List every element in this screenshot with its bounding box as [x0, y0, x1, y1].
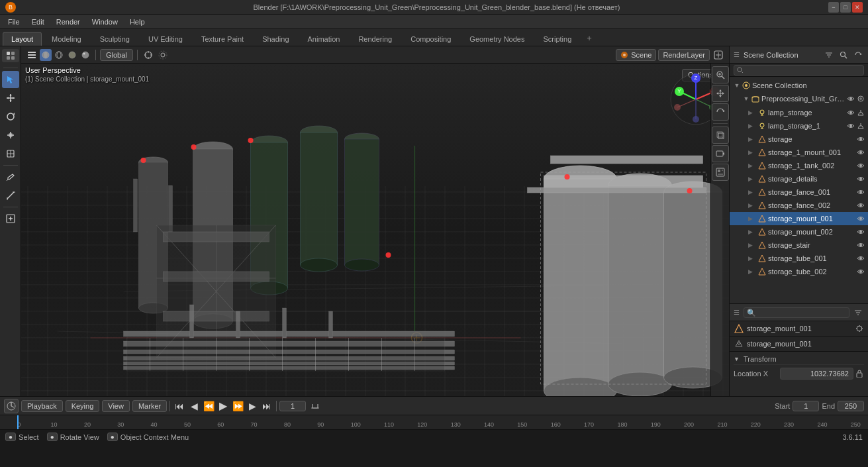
- obj-extra-icon-lamp_storage_1[interactable]: [856, 121, 865, 130]
- tab-texture-paint[interactable]: Texture Paint: [193, 32, 252, 46]
- props-filter-icon[interactable]: [852, 307, 864, 319]
- outliner-item-storage_details[interactable]: ▶ storage_details: [730, 172, 868, 185]
- tab-scripting[interactable]: Scripting: [534, 32, 580, 46]
- tab-rendering[interactable]: Rendering: [350, 32, 401, 46]
- timeline-ruler[interactable]: 0102030405060708090100110120130140150160…: [0, 415, 868, 429]
- location-x-value[interactable]: 1032.73682: [780, 368, 853, 380]
- tab-compositing[interactable]: Compositing: [402, 32, 459, 46]
- next-frame-button[interactable]: ▶: [246, 399, 259, 413]
- snap-icon[interactable]: [142, 48, 155, 62]
- global-button[interactable]: Global: [100, 49, 133, 61]
- proportional-icon[interactable]: [156, 48, 169, 62]
- tool-rotate[interactable]: [2, 108, 19, 125]
- camera-view-icon[interactable]: [712, 145, 729, 162]
- jump-start-button[interactable]: ⏮: [173, 399, 186, 413]
- pan-icon[interactable]: [712, 85, 729, 102]
- start-frame-input[interactable]: [793, 401, 819, 411]
- view-material-icon[interactable]: [66, 49, 78, 61]
- obj-vis-icon-storage_tube_001[interactable]: [856, 254, 865, 263]
- rotate-view-icon[interactable]: [712, 103, 729, 121]
- obj-vis-icon-storage_mount_001[interactable]: [856, 214, 865, 223]
- tool-transform[interactable]: [2, 145, 19, 162]
- collection-render-icon[interactable]: [856, 94, 865, 103]
- menu-render[interactable]: Render: [51, 17, 85, 27]
- renderlayer-selector[interactable]: RenderLayer: [658, 49, 710, 61]
- viewport-3d[interactable]: Global Scene: [21, 46, 729, 396]
- outliner-tree[interactable]: ▼ Scene Collection ▼ Prepr: [730, 77, 868, 303]
- tab-shading[interactable]: Shading: [254, 32, 297, 46]
- collection-header-preprocessing[interactable]: ▼ Preprocessing_Unit_Green: [739, 92, 868, 105]
- prev-keyframe-button[interactable]: ⏪: [202, 399, 215, 413]
- props-search-input[interactable]: [744, 307, 849, 318]
- obj-vis-icon-storage_details[interactable]: [856, 174, 865, 183]
- menu-help[interactable]: Help: [124, 17, 150, 27]
- obj-vis-icon-storage_1_tank_002[interactable]: [856, 161, 865, 170]
- outliner-filter-icon[interactable]: [823, 49, 835, 61]
- marker-button[interactable]: Marker: [132, 400, 167, 412]
- outliner-menu-icon[interactable]: ☰: [734, 51, 740, 58]
- obj-vis-icon-storage_tube_002[interactable]: [856, 267, 865, 276]
- tool-scale[interactable]: [2, 127, 19, 144]
- outliner-item-storage_tube_002[interactable]: ▶ storage_tube_002: [730, 265, 868, 278]
- location-x-lock-icon[interactable]: [855, 369, 864, 378]
- collection-header-scene[interactable]: ▼ Scene Collection: [730, 79, 868, 92]
- obj-vis-icon-storage_fance_002[interactable]: [856, 201, 865, 210]
- tab-animation[interactable]: Animation: [299, 32, 349, 46]
- tool-annotate[interactable]: [2, 168, 19, 185]
- collection-visibility-icon[interactable]: [846, 94, 855, 103]
- tab-uv-editing[interactable]: UV Editing: [140, 32, 191, 46]
- menu-edit[interactable]: Edit: [26, 17, 50, 27]
- outliner-item-lamp_storage_1[interactable]: ▶ lamp_storage_1: [730, 119, 868, 132]
- obj-extra-icon-lamp_storage[interactable]: [856, 108, 865, 117]
- outliner-item-storage_fance_002[interactable]: ▶ storage_fance_002: [730, 199, 868, 212]
- close-button[interactable]: ✕: [852, 2, 863, 13]
- minimize-button[interactable]: −: [828, 2, 839, 13]
- outliner-item-storage_tube_001[interactable]: ▶ storage_tube_001: [730, 252, 868, 265]
- obj-vis-icon-storage_stair[interactable]: [856, 240, 865, 250]
- perspective-toggle-icon[interactable]: [712, 127, 729, 144]
- current-frame-input[interactable]: [279, 401, 306, 411]
- view-wireframe-icon[interactable]: [53, 49, 65, 61]
- outliner-sync-icon[interactable]: [852, 49, 864, 61]
- prev-frame-button[interactable]: ◀: [187, 399, 201, 413]
- menu-file[interactable]: File: [3, 17, 25, 27]
- active-obj-settings-icon[interactable]: [855, 324, 864, 333]
- tool-move[interactable]: [2, 89, 19, 107]
- outliner-item-storage_fance_001[interactable]: ▶ storage_fance_001: [730, 185, 868, 199]
- play-button[interactable]: ▶: [217, 399, 230, 413]
- render-engine-selector[interactable]: Scene: [616, 49, 656, 61]
- obj-vis-icon-lamp_storage[interactable]: [846, 108, 855, 117]
- timeline-view-button[interactable]: View: [102, 400, 130, 412]
- add-workspace-button[interactable]: +: [581, 30, 597, 46]
- tool-measure[interactable]: [2, 187, 19, 204]
- props-menu-icon[interactable]: ☰: [734, 309, 740, 316]
- view-rendered-icon[interactable]: [79, 49, 91, 61]
- obj-vis-icon-storage_1_mount_001[interactable]: [856, 148, 865, 157]
- timeline-mode-icon[interactable]: [4, 399, 19, 413]
- outliner-search-icon[interactable]: [838, 49, 849, 61]
- menu-window[interactable]: Window: [87, 17, 123, 27]
- tool-cursor[interactable]: [2, 71, 19, 88]
- obj-vis-icon-lamp_storage_1[interactable]: [846, 121, 855, 130]
- outliner-item-storage[interactable]: ▶ storage: [730, 132, 868, 146]
- playback-button[interactable]: Playback: [21, 400, 63, 412]
- maximize-button[interactable]: □: [840, 2, 851, 13]
- outliner-item-lamp_storage[interactable]: ▶ lamp_storage: [730, 106, 868, 119]
- tab-layout[interactable]: Layout: [3, 32, 42, 46]
- overlay-icon[interactable]: [712, 48, 725, 62]
- obj-vis-icon-storage[interactable]: [856, 134, 865, 144]
- playhead[interactable]: [17, 415, 19, 429]
- props-search-input-wrapper[interactable]: [744, 307, 849, 318]
- outliner-item-storage_mount_002[interactable]: ▶ storage_mount_002: [730, 225, 868, 238]
- view-solid-icon[interactable]: [40, 49, 52, 61]
- outliner-item-storage_mount_001[interactable]: ▶ storage_mount_001: [730, 212, 868, 225]
- tab-modeling[interactable]: Modeling: [43, 32, 90, 46]
- jump-end-button[interactable]: ⏭: [260, 399, 273, 413]
- next-keyframe-button[interactable]: ⏩: [231, 399, 244, 413]
- keying-button[interactable]: Keying: [66, 400, 100, 412]
- collections-icon[interactable]: [712, 164, 729, 181]
- tool-add-object[interactable]: [2, 210, 19, 227]
- loop-icon[interactable]: [309, 399, 322, 413]
- outliner-item-storage_1_mount_001[interactable]: ▶ storage_1_mount_001: [730, 146, 868, 159]
- obj-vis-icon-storage_mount_002[interactable]: [856, 227, 865, 236]
